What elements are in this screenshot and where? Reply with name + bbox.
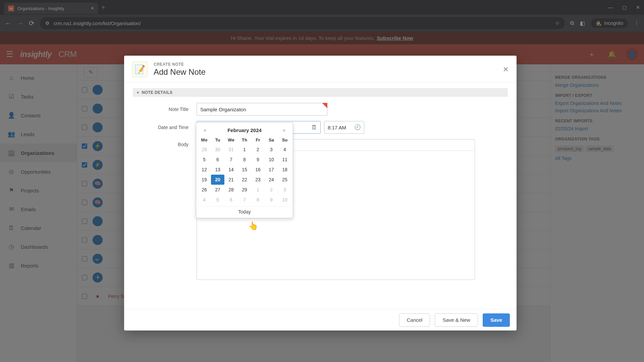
calendar-day[interactable]: 7	[224, 155, 238, 165]
calendar-day[interactable]: 28	[224, 185, 238, 195]
next-month-button[interactable]: »	[280, 127, 288, 133]
calendar-day[interactable]: 29	[198, 144, 211, 155]
calendar-day[interactable]: 4	[198, 195, 211, 205]
modal-title: Add New Note	[154, 67, 206, 77]
calendar-day[interactable]: 30	[211, 144, 224, 155]
dow-header: Mo	[198, 135, 211, 144]
dow-header: We	[224, 135, 238, 144]
dow-header: Su	[278, 135, 291, 144]
calendar-day[interactable]: 1	[251, 185, 265, 195]
note-icon: 📝	[132, 62, 148, 77]
modal-subtitle: CREATE NOTE	[154, 62, 206, 67]
calendar-day[interactable]: 14	[224, 165, 238, 175]
calendar-day[interactable]: 3	[278, 185, 291, 195]
label-note-title: Note Title	[133, 107, 197, 112]
calendar-day[interactable]: 17	[265, 165, 278, 175]
time-input[interactable]	[324, 121, 364, 134]
calendar-day[interactable]: 19	[198, 175, 211, 185]
calendar-day[interactable]: 9	[251, 155, 265, 165]
calendar-day[interactable]: 5	[211, 195, 224, 205]
calendar-day[interactable]: 25	[278, 175, 291, 185]
calendar-day[interactable]: 20	[211, 175, 224, 185]
add-note-modal: 📝 CREATE NOTE Add New Note × ▾ NOTE DETA…	[124, 56, 517, 330]
calendar-day[interactable]: 10	[265, 155, 278, 165]
modal-header: 📝 CREATE NOTE Add New Note ×	[124, 56, 517, 82]
calendar-day[interactable]: 13	[211, 165, 224, 175]
modal-footer: Cancel Save & New Save	[124, 309, 517, 330]
calendar-day[interactable]: 21	[224, 175, 238, 185]
note-title-input[interactable]	[197, 103, 327, 116]
required-indicator-icon	[322, 103, 327, 108]
modal-body: ▾ NOTE DETAILS Note Title Date and Time …	[124, 82, 517, 309]
calendar-day[interactable]: 15	[238, 165, 251, 175]
calendar-day[interactable]: 11	[278, 155, 291, 165]
today-button[interactable]: Today	[198, 206, 291, 215]
dow-header: Th	[238, 135, 251, 144]
label-body: Body	[133, 139, 197, 147]
calendar-day[interactable]: 18	[278, 165, 291, 175]
calendar-day[interactable]: 2	[265, 185, 278, 195]
dow-header: Fr	[251, 135, 265, 144]
save-and-new-button[interactable]: Save & New	[435, 313, 478, 327]
dow-header: Tu	[211, 135, 224, 144]
section-label: NOTE DETAILS	[142, 90, 172, 95]
calendar-day[interactable]: 29	[238, 185, 251, 195]
close-icon[interactable]: ×	[503, 64, 508, 75]
save-button[interactable]: Save	[483, 313, 510, 327]
calendar-day[interactable]: 31	[224, 144, 238, 155]
calendar-day[interactable]: 24	[265, 175, 278, 185]
calendar-day[interactable]: 12	[198, 165, 211, 175]
calendar-day[interactable]: 27	[211, 185, 224, 195]
dow-header: Sa	[265, 135, 278, 144]
calendar-day[interactable]: 3	[265, 144, 278, 155]
chevron-down-icon: ▾	[137, 90, 139, 95]
calendar-day[interactable]: 2	[251, 144, 265, 155]
calendar-day[interactable]: 23	[251, 175, 265, 185]
calendar-day[interactable]: 6	[211, 155, 224, 165]
calendar-day[interactable]: 8	[238, 155, 251, 165]
calendar-day[interactable]: 7	[238, 195, 251, 205]
cancel-button[interactable]: Cancel	[399, 313, 430, 327]
calendar-day[interactable]: 10	[278, 195, 291, 205]
month-label[interactable]: February 2024	[227, 127, 262, 133]
datepicker-popup: « February 2024 » MoTuWeThFrSaSu29303112…	[196, 122, 293, 218]
calendar-day[interactable]: 5	[198, 155, 211, 165]
calendar-day[interactable]: 6	[224, 195, 238, 205]
calendar-day[interactable]: 26	[198, 185, 211, 195]
calendar-day[interactable]: 8	[251, 195, 265, 205]
calendar-day[interactable]: 1	[238, 144, 251, 155]
calendar-day[interactable]: 9	[265, 195, 278, 205]
calendar-day[interactable]: 22	[238, 175, 251, 185]
section-note-details[interactable]: ▾ NOTE DETAILS	[133, 88, 508, 97]
calendar-day[interactable]: 16	[251, 165, 265, 175]
prev-month-button[interactable]: «	[201, 127, 209, 133]
calendar-day[interactable]: 4	[278, 144, 291, 155]
label-date-time: Date and Time	[133, 125, 197, 130]
calendar-grid: MoTuWeThFrSaSu29303112345678910111213141…	[198, 135, 291, 205]
